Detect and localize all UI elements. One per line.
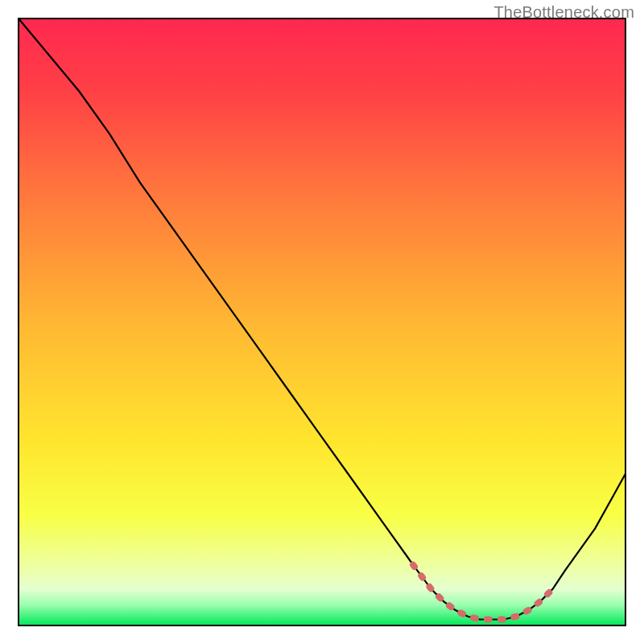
- watermark-text: TheBottleneck.com: [493, 3, 634, 22]
- plot-background: [19, 19, 625, 625]
- chart-svg: [0, 0, 644, 644]
- chart-container: TheBottleneck.com: [0, 0, 644, 644]
